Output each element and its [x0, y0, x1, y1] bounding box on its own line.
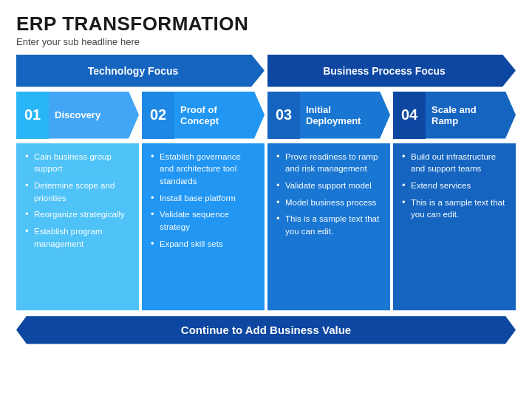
content-box-3: Prove readiness to ramp and risk managem…	[267, 143, 390, 310]
phases-row: 01 Discovery 02 Proof of Concept 03 Init…	[16, 92, 516, 139]
footer-banner: Continue to Add Business Value	[16, 316, 516, 344]
phase-1-label: Discovery	[49, 92, 139, 139]
list-item: Expand skill sets	[149, 238, 257, 250]
content-list-4: Build out infrastructure and support tea…	[400, 151, 508, 221]
phase-3-num: 03	[267, 92, 300, 139]
phase-3: 03 Initial Deployment	[267, 92, 390, 139]
list-item: Establish governance and architecture to…	[149, 151, 257, 188]
list-item: Install base platform	[149, 192, 257, 205]
sub-title: Enter your sub headline here	[16, 36, 516, 47]
list-item: Extend services	[400, 180, 508, 192]
list-item: Determine scope and priorities	[24, 180, 132, 204]
tech-focus-banner: Technology Focus	[16, 55, 265, 87]
list-item: Cain business group support	[24, 151, 132, 175]
list-item: Model business process	[275, 197, 383, 209]
content-box-2: Establish governance and architecture to…	[142, 143, 265, 310]
main-title: ERP TRANSFORMATION	[16, 13, 516, 35]
phase-4-label: Scale and Ramp	[426, 92, 516, 139]
list-item: Prove readiness to ramp and risk managem…	[275, 151, 383, 175]
content-row: Cain business group supportDetermine sco…	[16, 143, 516, 310]
content-list-3: Prove readiness to ramp and risk managem…	[275, 151, 383, 238]
phase-4: 04 Scale and Ramp	[393, 92, 516, 139]
list-item: Validate support model	[275, 180, 383, 192]
phase-2-label: Proof of Concept	[174, 92, 265, 139]
content-list-1: Cain business group supportDetermine sco…	[24, 151, 132, 250]
phase-3-label: Initial Deployment	[300, 92, 390, 139]
content-box-1: Cain business group supportDetermine sco…	[16, 143, 139, 310]
phase-4-num: 04	[393, 92, 426, 139]
content-list-2: Establish governance and architecture to…	[149, 151, 257, 250]
list-item: Validate sequence strategy	[149, 208, 257, 233]
list-item: This is a sample text that you can edit.	[275, 213, 383, 237]
phase-1-num: 01	[16, 92, 49, 139]
list-item: Reorganize strategically	[24, 208, 132, 221]
list-item: This is a sample text that you can edit.	[400, 197, 508, 221]
phase-2-num: 02	[142, 92, 174, 139]
list-item: Establish program management	[24, 225, 132, 250]
slide: ERP TRANSFORMATION Enter your sub headli…	[0, 0, 532, 399]
biz-focus-banner: Business Process Focus	[267, 55, 516, 87]
phase-1: 01 Discovery	[16, 92, 139, 139]
phase-2: 02 Proof of Concept	[142, 92, 265, 139]
header-row: Technology Focus Business Process Focus	[16, 55, 516, 87]
content-box-4: Build out infrastructure and support tea…	[393, 143, 516, 310]
list-item: Build out infrastructure and support tea…	[400, 151, 508, 175]
